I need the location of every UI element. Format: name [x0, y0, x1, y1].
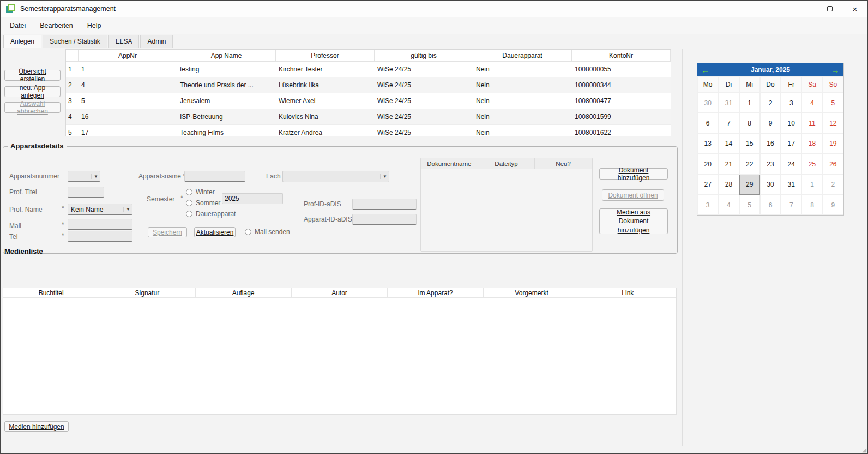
- calendar-day[interactable]: 3: [781, 93, 801, 113]
- resize-grip[interactable]: ◢: [862, 447, 866, 453]
- save-button[interactable]: Speichern: [148, 227, 187, 237]
- calendar-day[interactable]: 6: [760, 195, 781, 215]
- column-header-professor[interactable]: Professor: [276, 50, 375, 61]
- calendar-day[interactable]: 31: [718, 93, 739, 113]
- table-row[interactable]: 416ISP-BetreuungKulovics NinaWiSe 24/25N…: [66, 109, 671, 125]
- calendar-day[interactable]: 9: [823, 195, 843, 215]
- apparatsnummer-dropdown[interactable]: ▼: [68, 171, 100, 182]
- calendar-day[interactable]: 26: [823, 154, 843, 174]
- calendar-day[interactable]: 22: [739, 154, 760, 174]
- apparatsname-field[interactable]: [184, 171, 245, 182]
- calendar-day[interactable]: 15: [739, 134, 760, 154]
- column-header-kontonr[interactable]: KontoNr: [572, 50, 671, 61]
- calendar-day[interactable]: 16: [760, 134, 781, 154]
- calendar-day[interactable]: 8: [801, 195, 822, 215]
- calendar-next-icon[interactable]: →: [830, 66, 840, 74]
- calendar-day[interactable]: 23: [760, 154, 781, 174]
- calendar-day[interactable]: 2: [823, 175, 843, 195]
- apparat-id-adis-field[interactable]: [352, 214, 417, 225]
- column-header-gueltig-bis[interactable]: gültig bis: [375, 50, 473, 61]
- calendar-day[interactable]: 19: [823, 134, 843, 154]
- column-header-dokumentname[interactable]: Dokumentname: [421, 158, 478, 169]
- calendar-day[interactable]: 9: [760, 113, 781, 133]
- calendar-day[interactable]: 31: [781, 175, 801, 195]
- menu-bearbeiten[interactable]: Bearbeiten: [33, 19, 80, 32]
- calendar-day[interactable]: 12: [823, 113, 843, 133]
- tab-admin[interactable]: Admin: [140, 35, 173, 48]
- calendar-day[interactable]: 5: [823, 93, 843, 113]
- calendar-day[interactable]: 1: [801, 175, 822, 195]
- calendar-day[interactable]: 4: [718, 195, 739, 215]
- media-from-document-button[interactable]: Medien aus Dokument hinzufügen: [599, 208, 668, 234]
- dauerapparat-radio[interactable]: Dauerapparat: [186, 210, 236, 218]
- calendar-day[interactable]: 4: [801, 93, 822, 113]
- column-header-im-apparat[interactable]: im Apparat?: [388, 288, 484, 297]
- column-header-appnr[interactable]: AppNr: [79, 50, 177, 61]
- calendar-day[interactable]: 30: [760, 175, 781, 195]
- cancel-selection-button[interactable]: Auswahl abbrechen: [4, 102, 61, 113]
- calendar-day[interactable]: 17: [781, 134, 801, 154]
- semester-year-field[interactable]: [222, 193, 283, 204]
- add-media-button[interactable]: Medien hinzufügen: [4, 421, 69, 432]
- calendar-day-selected[interactable]: 29: [739, 175, 760, 195]
- split-divider[interactable]: [682, 49, 683, 446]
- calendar-day[interactable]: 10: [781, 113, 801, 133]
- tel-field[interactable]: [68, 231, 132, 242]
- fach-dropdown[interactable]: ▼: [282, 171, 389, 182]
- winter-radio[interactable]: Winter: [186, 188, 215, 196]
- create-overview-button[interactable]: Übersicht erstellen: [4, 70, 61, 81]
- column-header-autor[interactable]: Autor: [292, 288, 388, 297]
- calendar-prev-icon[interactable]: ←: [701, 66, 710, 74]
- calendar-day[interactable]: 8: [739, 113, 760, 133]
- calendar-day[interactable]: 2: [760, 93, 781, 113]
- calendar-day[interactable]: 7: [718, 113, 739, 133]
- new-app-button[interactable]: neu. App anlegen: [4, 86, 61, 97]
- column-header-app-name[interactable]: App Name: [177, 50, 276, 61]
- tab-suchen-statistik[interactable]: Suchen / Statistik: [43, 35, 107, 48]
- calendar-day[interactable]: 25: [801, 154, 822, 174]
- calendar-day[interactable]: 21: [718, 154, 739, 174]
- mail-field[interactable]: [68, 219, 132, 230]
- calendar-day[interactable]: 6: [697, 113, 718, 133]
- calendar-day[interactable]: 18: [801, 134, 822, 154]
- tab-elsa[interactable]: ELSA: [108, 35, 140, 48]
- open-document-button[interactable]: Dokument öffnen: [602, 189, 664, 201]
- calendar-day[interactable]: 27: [697, 175, 718, 195]
- calendar-day[interactable]: 7: [781, 195, 801, 215]
- column-header-signatur[interactable]: Signatur: [99, 288, 195, 297]
- calendar-day[interactable]: 24: [781, 154, 801, 174]
- menu-help[interactable]: Help: [80, 19, 108, 32]
- prof-titel-field[interactable]: [68, 187, 104, 198]
- table-row[interactable]: 24Theorie und Praxis der ...Lüsebrink Il…: [66, 77, 671, 93]
- maximize-button[interactable]: [817, 1, 842, 17]
- prof-name-dropdown[interactable]: Kein Name ▼: [68, 204, 132, 215]
- calendar-day[interactable]: 3: [697, 195, 718, 215]
- close-button[interactable]: ×: [842, 1, 867, 17]
- calendar-day[interactable]: 13: [697, 134, 718, 154]
- sommer-radio[interactable]: Sommer: [186, 199, 220, 207]
- column-header-vorgemerkt[interactable]: Vorgemerkt: [484, 288, 580, 297]
- calendar-day[interactable]: 28: [718, 175, 739, 195]
- minimize-button[interactable]: [792, 1, 817, 17]
- calendar-day[interactable]: 20: [697, 154, 718, 174]
- calendar-day[interactable]: 30: [697, 93, 718, 113]
- column-header-neu[interactable]: Neu?: [535, 158, 592, 169]
- update-button[interactable]: Aktualisieren: [194, 227, 236, 237]
- column-header-auflage[interactable]: Auflage: [196, 288, 292, 297]
- table-row[interactable]: 11testingKirchner TesterWiSe 24/25Nein10…: [66, 62, 671, 77]
- add-document-button[interactable]: Dokument hinzufügen: [599, 168, 668, 180]
- calendar-day[interactable]: 11: [801, 113, 822, 133]
- calendar-day[interactable]: 14: [718, 134, 739, 154]
- column-header-link[interactable]: Link: [580, 288, 676, 297]
- calendar-day[interactable]: 1: [739, 93, 760, 113]
- prof-id-adis-field[interactable]: [352, 199, 417, 210]
- menu-datei[interactable]: Datei: [3, 19, 33, 32]
- column-header-dauerapparat[interactable]: Dauerapparat: [473, 50, 572, 61]
- column-header-dateityp[interactable]: Dateityp: [478, 158, 535, 169]
- mail-senden-checkbox[interactable]: Mail senden: [245, 228, 290, 236]
- calendar-day[interactable]: 5: [739, 195, 760, 215]
- tab-anlegen[interactable]: Anlegen: [3, 35, 41, 48]
- table-row[interactable]: 35JerusalemWiemer AxelWiSe 24/25Nein1008…: [66, 93, 671, 109]
- table-row[interactable]: 517Teaching FilmsKratzer AndreaWiSe 24/2…: [66, 125, 671, 136]
- column-header-buchtitel[interactable]: Buchtitel: [3, 288, 99, 297]
